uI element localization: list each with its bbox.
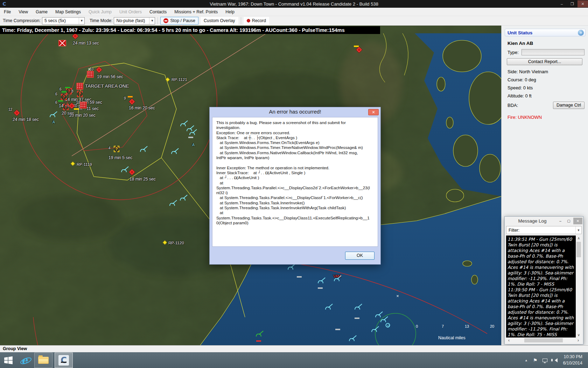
time-compression-select[interactable]: 5 secs (5x) ▼	[42, 17, 85, 25]
clock-time: 10:30 PM	[563, 354, 582, 360]
fire-status: Fire: UNKNOWN	[507, 115, 584, 120]
unit-status-header: Unit Status «	[505, 29, 586, 36]
windows-logo-icon	[4, 356, 13, 365]
error-dialog-text: This is probably a bug. Please save a sc…	[212, 117, 378, 247]
toolbar-separator	[158, 17, 158, 24]
menu-view[interactable]: View	[15, 8, 32, 16]
message-log-title-bar[interactable]: Message Log – ▢ ✕	[505, 217, 583, 225]
unit-altitude: Altitude: 0 ft	[507, 94, 584, 98]
damage-ctrl-button[interactable]: Damage Ctrl	[553, 102, 584, 109]
unit-side: Side: North Vietnam	[507, 69, 584, 74]
close-button[interactable]: ✕	[578, 0, 588, 7]
time-mode-label: Time Mode:	[90, 18, 113, 23]
menu-quick-jump: Quick Jump	[85, 8, 115, 16]
scrollbar-thumb[interactable]	[524, 338, 563, 342]
scroll-down-icon[interactable]: ∨	[578, 332, 580, 338]
menu-unit-orders: Unit Orders	[115, 8, 146, 16]
scroll-up-icon[interactable]: ∧	[578, 236, 580, 241]
start-button[interactable]	[0, 352, 17, 368]
error-dialog[interactable]: An error has occurred! ✕ This is probabl…	[209, 107, 381, 265]
scroll-left-icon[interactable]: ‹	[506, 338, 512, 343]
taskbar: e C ▲ ⚑ 10:30 PM 6/10/2014	[0, 352, 588, 368]
menu-map-settings[interactable]: Map Settings	[51, 8, 85, 16]
horizontal-scrollbar[interactable]: ‹ ›	[506, 338, 581, 343]
status-bar: Group View	[0, 345, 588, 352]
folder-icon	[38, 357, 49, 364]
chevron-down-icon: ▼	[79, 18, 84, 24]
unit-speed: Speed: 0 kts	[507, 86, 584, 90]
message-log-list[interactable]: 11:39:51 PM - Gun (25mm/60 Twin Burst [2…	[506, 236, 576, 338]
scroll-right-icon[interactable]: ›	[575, 338, 581, 343]
menu-bar: FileViewGameMap SettingsQuick JumpUnit O…	[0, 8, 588, 16]
scrollbar-thumb[interactable]	[576, 242, 581, 257]
taskbar-clock[interactable]: 10:30 PM 6/10/2014	[563, 354, 582, 366]
toolbar: Time Compression: 5 secs (5x) ▼ Time Mod…	[0, 16, 588, 26]
command-app-icon: C	[58, 355, 69, 366]
panel-title: Unit Status	[507, 30, 532, 35]
filter-combobox[interactable]: Filter: ▼	[506, 226, 582, 234]
error-dialog-title: An error has occurred!	[210, 107, 380, 117]
maximize-button[interactable]: ❐	[567, 0, 578, 7]
stop-pause-button[interactable]: Stop / Pause	[160, 17, 198, 25]
tray-expand-icon[interactable]: ▲	[525, 359, 528, 362]
system-tray: ▲ ⚑ 10:30 PM 6/10/2014	[525, 354, 588, 366]
time-status-bar: Time: Friday, December 1, 1967 - Zulu: 2…	[0, 26, 380, 34]
toolbar-separator	[241, 17, 241, 24]
type-label: Type:	[507, 50, 519, 55]
command-app-button[interactable]: C	[55, 353, 73, 368]
filter-label: Filter:	[509, 228, 519, 233]
app-icon: C	[2, 1, 7, 7]
custom-overlay-button[interactable]: Custom Overlay	[201, 17, 238, 25]
bda-label: BDA:	[507, 103, 518, 108]
unit-course: Course: 0 deg	[507, 77, 584, 82]
menu-contacts[interactable]: Contacts	[146, 8, 170, 16]
window-title: Vietnam War, 1967: Down Town - Command v…	[0, 1, 588, 7]
volume-icon[interactable]	[553, 358, 558, 362]
time-compression-label: Time Compression:	[3, 18, 41, 23]
chevron-down-icon[interactable]: ▼	[575, 226, 581, 234]
ok-button[interactable]: OK	[345, 252, 374, 260]
menu-help[interactable]: Help	[222, 8, 238, 16]
message-log-title: Message Log	[505, 218, 556, 224]
contact-report-button[interactable]: Contact Report...	[507, 58, 582, 65]
internet-explorer-icon: e	[21, 355, 27, 365]
record-icon	[247, 19, 250, 22]
close-button[interactable]: ✕	[573, 218, 582, 224]
unit-name: Kien An AB	[507, 41, 588, 46]
file-explorer-button[interactable]	[34, 353, 52, 368]
log-entry: 11:39:50 PM - Gun (25mm/60 Twin Burst [2…	[507, 287, 575, 338]
log-entry: 11:39:51 PM - Gun (25mm/60 Twin Burst [2…	[507, 237, 575, 287]
clock-date: 6/10/2014	[563, 360, 582, 367]
menu-missions-ref-points[interactable]: Missions + Ref. Points	[170, 8, 222, 16]
stop-icon	[163, 18, 168, 23]
minimize-button[interactable]: –	[556, 218, 564, 224]
network-icon[interactable]	[542, 359, 547, 362]
action-center-flag-icon[interactable]: ⚑	[533, 357, 538, 363]
menu-game[interactable]: Game	[32, 8, 51, 16]
menu-file[interactable]: File	[0, 8, 15, 16]
internet-explorer-button[interactable]: e	[17, 352, 32, 368]
window-title-bar[interactable]: C Vietnam War, 1967: Down Town - Command…	[0, 0, 588, 8]
vertical-scrollbar[interactable]: ∧ ∨	[576, 236, 582, 338]
message-log-window[interactable]: Message Log – ▢ ✕ Filter: ▼ 11:39:51 PM …	[504, 216, 583, 345]
close-icon[interactable]: ✕	[368, 109, 379, 115]
type-field[interactable]	[522, 49, 584, 55]
maximize-button[interactable]: ▢	[565, 218, 573, 224]
time-mode-select[interactable]: No-pulse (fast) ▼	[114, 17, 155, 25]
collapse-chevron-icon[interactable]: «	[578, 30, 584, 36]
chevron-down-icon: ▼	[149, 18, 155, 24]
record-button[interactable]: Record	[244, 17, 269, 25]
minimize-button[interactable]: –	[556, 0, 567, 7]
